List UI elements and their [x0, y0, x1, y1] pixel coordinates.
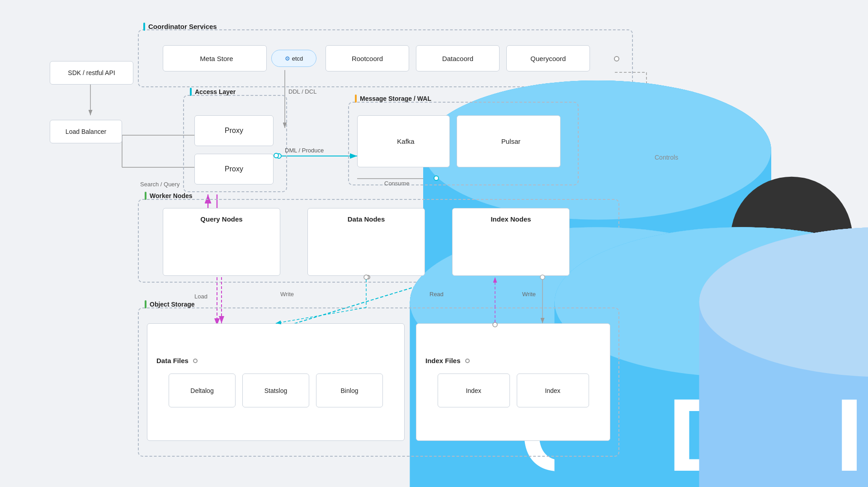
rootcoord-box: Rootcoord	[326, 45, 409, 71]
data-nodes-box: Data Nodes DN DN DN	[307, 208, 425, 276]
querycoord-box: Querycoord	[506, 45, 590, 71]
coordinator-label: Coordinator Services	[143, 23, 217, 31]
message-label: Message Storage / WAL	[355, 95, 431, 103]
consume-label: Consume	[384, 180, 410, 187]
read-label: Read	[429, 291, 443, 298]
proxy-dml-connector	[274, 153, 279, 158]
data-nodes-bottom-connector	[366, 275, 370, 279]
index-files-label: Index Files	[425, 357, 461, 364]
object-label: Object Storage	[145, 301, 195, 309]
deltalog-box: Deltalog	[169, 374, 236, 407]
statslog-box: Statslog	[242, 374, 309, 407]
index2-box: Index	[517, 374, 589, 407]
sdk-box: SDK / restful API	[50, 61, 133, 85]
etcd-box: ⚙ etcd	[271, 50, 316, 67]
svg-text:IN: IN	[835, 378, 868, 487]
controls-label: Controls	[655, 154, 678, 161]
datacoord-box: Datacoord	[416, 45, 500, 71]
loadbalancer-box: Load Balancer	[50, 120, 122, 143]
ddl-dcl-label: DDL / DCL	[288, 88, 316, 95]
data-files-box: Data Files Deltalog Statslog Binlog	[147, 323, 405, 441]
query-nodes-box: Query Nodes QN QN	[163, 208, 280, 276]
consume-connector	[434, 175, 439, 181]
write2-label: Write	[522, 291, 536, 298]
index-files-box: Index Files Index Index	[416, 323, 610, 441]
pulsar-box: Pulsar	[457, 115, 561, 167]
data-files-label: Data Files	[156, 357, 189, 364]
etcd-label: etcd	[292, 55, 303, 62]
kafka-box: Kafka	[357, 115, 450, 167]
querycoord-connector	[614, 56, 619, 61]
proxy2-box: Proxy	[194, 154, 274, 184]
metastore-box: Meta Store	[163, 45, 267, 71]
index1-box: Index	[438, 374, 510, 407]
worker-label: Worker Nodes	[145, 192, 193, 200]
dml-produce-label: DML / Produce	[285, 147, 324, 154]
access-label: Access Layer	[190, 88, 236, 96]
load-label: Load	[194, 293, 208, 300]
index-nodes-box: Index Nodes IN IN IN	[452, 208, 570, 276]
diagram-container: SDK / restful API Load Balancer Coordina…	[0, 0, 868, 487]
proxy1-box: Proxy	[194, 115, 274, 146]
binlog-box: Binlog	[316, 374, 383, 407]
write1-label: Write	[280, 291, 294, 298]
search-query-label: Search / Query	[140, 181, 179, 188]
